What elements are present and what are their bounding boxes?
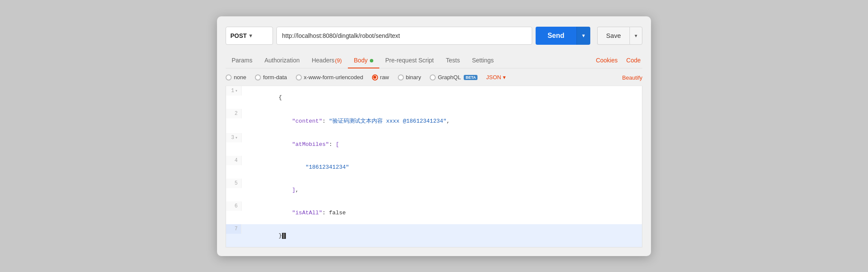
table-row: 6 "isAtAll": false (226, 201, 642, 224)
line-content-7[interactable]: }| (242, 224, 642, 247)
send-chevron-icon: ▾ (582, 32, 585, 39)
option-form-data[interactable]: form-data (255, 74, 287, 80)
line-content-5[interactable]: ], (242, 179, 642, 201)
option-graphql[interactable]: GraphQL BETA (430, 74, 477, 80)
line-content-1[interactable]: { (242, 86, 642, 109)
main-window: POST ▾ Send ▾ Save ▾ Params Authorizatio… (217, 16, 651, 256)
beautify-button[interactable]: Beautify (622, 74, 642, 81)
line-num-2: 2 (226, 109, 242, 118)
table-row: 5 ], (226, 179, 642, 201)
line-num-7: 7 (226, 224, 242, 234)
format-chevron-icon: ▾ (503, 74, 506, 80)
code-lines: 1 ▾ { 2 "content": "验证码测试文本内容 xxxx @1861… (226, 86, 642, 247)
save-button[interactable]: Save (597, 27, 629, 45)
table-row: 2 "content": "验证码测试文本内容 xxxx @1861234123… (226, 109, 642, 133)
option-x-www-form-urlencoded[interactable]: x-www-form-urlencoded (296, 74, 363, 80)
method-chevron-icon: ▾ (249, 33, 252, 39)
radio-urlencoded (296, 74, 302, 80)
url-bar-row: POST ▾ Send ▾ Save ▾ (226, 27, 642, 45)
radio-form-data (255, 74, 261, 80)
line-content-4[interactable]: "18612341234" (242, 156, 642, 179)
option-binary[interactable]: binary (398, 74, 421, 80)
tab-authorization[interactable]: Authorization (258, 53, 306, 68)
table-row: 7 }| (226, 224, 642, 247)
radio-none (226, 74, 232, 80)
save-chevron-button[interactable]: ▾ (629, 27, 642, 45)
cookies-link[interactable]: Cookies (594, 53, 620, 68)
body-active-dot (370, 59, 373, 62)
line-num-5: 5 (226, 179, 242, 188)
fold-arrow-3[interactable]: ▾ (235, 135, 238, 140)
send-btn-group: Send ▾ (536, 27, 590, 45)
table-row: 4 "18612341234" (226, 156, 642, 179)
radio-graphql (430, 74, 436, 80)
tabs-right-links: Cookies Code (594, 53, 642, 68)
method-dropdown[interactable]: POST ▾ (226, 27, 273, 45)
line-num-3: 3 ▾ (226, 133, 242, 142)
fold-arrow-1[interactable]: ▾ (235, 88, 238, 93)
table-row: 1 ▾ { (226, 86, 642, 109)
tab-settings[interactable]: Settings (466, 53, 500, 68)
tabs-row: Params Authorization Headers(9) Body Pre… (226, 53, 642, 68)
tab-headers[interactable]: Headers(9) (306, 53, 348, 68)
line-content-2[interactable]: "content": "验证码测试文本内容 xxxx @18612341234"… (242, 109, 642, 133)
line-num-1: 1 ▾ (226, 86, 242, 96)
tab-prerequest[interactable]: Pre-request Script (379, 53, 440, 68)
json-format-selector[interactable]: JSON ▾ (486, 74, 506, 80)
option-none[interactable]: none (226, 74, 246, 80)
body-options-row: none form-data x-www-form-urlencoded raw… (226, 68, 642, 86)
radio-binary (398, 74, 404, 80)
options-right: Beautify (622, 74, 642, 81)
send-button[interactable]: Send (536, 27, 577, 45)
method-label: POST (230, 32, 247, 39)
tab-tests[interactable]: Tests (440, 53, 466, 68)
tab-body[interactable]: Body (348, 53, 379, 68)
beta-badge: BETA (464, 75, 477, 80)
line-content-6[interactable]: "isAtAll": false (242, 201, 642, 224)
code-editor: 1 ▾ { 2 "content": "验证码测试文本内容 xxxx @1861… (226, 86, 642, 247)
save-chevron-icon: ▾ (635, 33, 637, 39)
option-raw[interactable]: raw (372, 74, 389, 80)
line-num-6: 6 (226, 201, 242, 211)
send-chevron-button[interactable]: ▾ (577, 27, 590, 45)
code-link[interactable]: Code (625, 53, 642, 68)
headers-badge: (9) (335, 57, 342, 64)
line-content-3[interactable]: "atMobiles": [ (242, 133, 642, 156)
radio-raw (372, 74, 378, 80)
url-input[interactable] (276, 27, 532, 45)
table-row: 3 ▾ "atMobiles": [ (226, 133, 642, 156)
line-num-4: 4 (226, 156, 242, 165)
tab-params[interactable]: Params (226, 53, 258, 68)
save-btn-group: Save ▾ (597, 27, 642, 45)
